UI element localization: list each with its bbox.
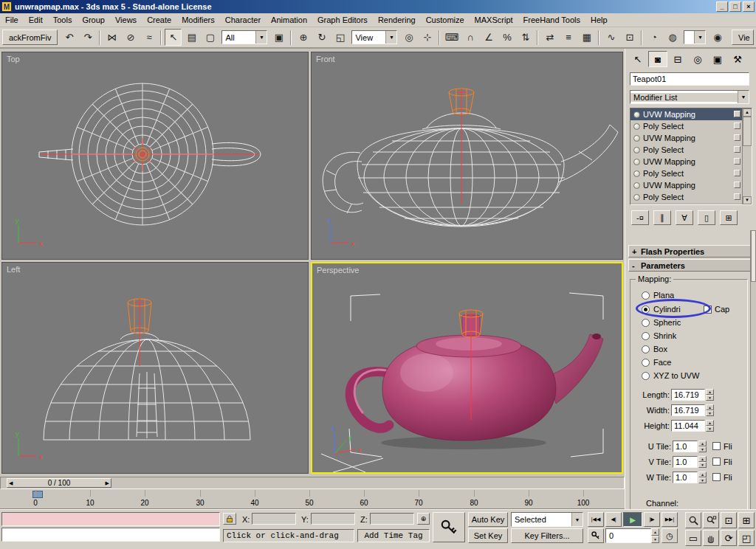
menu-customize[interactable]: Customize — [421, 14, 470, 26]
render-scene-icon[interactable]: ◍ — [664, 29, 681, 46]
panel-tab-display[interactable]: ▣ — [708, 51, 727, 67]
configure-modifier-sets-icon[interactable]: ⊞ — [720, 210, 738, 225]
modifier-enable-bulb-icon[interactable] — [633, 194, 640, 201]
undo-icon[interactable]: ↶ — [61, 29, 78, 46]
modifier-enable-bulb-icon[interactable] — [633, 182, 640, 189]
stack-scrollbar[interactable]: ▲ ▼ — [742, 108, 752, 204]
radio-icon[interactable] — [642, 291, 650, 300]
scroll-down-icon[interactable]: ▼ — [743, 196, 752, 204]
chevron-down-icon[interactable]: ▼ — [255, 31, 267, 44]
select-object-icon[interactable]: ↖ — [165, 29, 182, 46]
spinner-down-icon[interactable]: ▼ — [651, 536, 659, 543]
menu-freehand-tools[interactable]: FreeHand Tools — [518, 14, 585, 26]
stack-row-toggle[interactable] — [734, 146, 740, 153]
current-frame-field[interactable]: 0 — [605, 528, 651, 543]
modifier-list-dropdown[interactable]: Modifier List ▼ — [630, 90, 749, 104]
chevron-down-icon[interactable]: ▼ — [694, 31, 705, 44]
menu-group[interactable]: Group — [77, 14, 110, 26]
radio-icon[interactable] — [642, 372, 650, 380]
stack-row-toggle[interactable] — [734, 193, 740, 200]
material-editor-icon[interactable]: ◔ — [645, 29, 662, 46]
viewport-top[interactable]: Top — [1, 52, 309, 260]
stack-row-toggle[interactable] — [734, 111, 740, 117]
w-tile-spinner[interactable]: ▲▼ — [698, 472, 707, 483]
stack-scroll-thumb[interactable] — [743, 117, 752, 146]
u-tile-field[interactable]: 1.0 — [673, 441, 698, 452]
align-icon[interactable]: ≡ — [560, 29, 577, 46]
stack-row-poly-select[interactable]: Poly Select — [630, 168, 742, 179]
menu-graph-editors[interactable]: Graph Editors — [312, 14, 373, 26]
height-spinner[interactable]: ▲▼ — [706, 420, 714, 432]
arc-rotate-icon[interactable]: ⟳ — [721, 530, 737, 546]
frame-spinner[interactable]: ▲▼ — [651, 528, 659, 543]
frame-back-icon[interactable]: ◀ — [9, 480, 13, 486]
time-configuration-icon[interactable]: ◷ — [662, 528, 678, 543]
panel-scroll-thumb[interactable] — [751, 230, 756, 282]
zoom-icon[interactable] — [685, 512, 701, 528]
angle-snap-icon[interactable]: ∠ — [480, 29, 497, 46]
modifier-enable-bulb-icon[interactable] — [633, 159, 640, 165]
select-and-link-icon[interactable]: ⋈ — [103, 29, 120, 46]
spinner-down-icon[interactable]: ▼ — [698, 462, 707, 468]
radio-spherical[interactable]: Spheric — [642, 317, 681, 328]
add-time-tag-button[interactable]: Add Time Tag — [357, 529, 430, 542]
panel-tab-create[interactable]: ↖ — [628, 51, 647, 67]
v-tile-spinner[interactable]: ▲▼ — [698, 456, 707, 468]
next-frame-icon[interactable]: |▶ — [644, 512, 660, 527]
panel-tab-motion[interactable]: ◎ — [688, 51, 707, 67]
panel-tab-hierarchy[interactable]: ⊟ — [668, 51, 687, 67]
render-type-dropdown[interactable]: ▼ — [684, 30, 706, 44]
y-coordinate-field[interactable] — [311, 513, 355, 525]
panel-tab-modify[interactable]: ◙ — [648, 51, 667, 67]
stack-row-uvw-mapping[interactable]: UVW Mapping — [630, 108, 742, 120]
spinner-up-icon[interactable]: ▲ — [706, 389, 714, 395]
object-name-field[interactable]: Teapot01 — [630, 72, 749, 86]
stack-row-toggle[interactable] — [734, 182, 740, 188]
selection-region-icon[interactable]: ▢ — [202, 29, 219, 46]
use-pivot-center-icon[interactable]: ◎ — [400, 29, 417, 46]
menu-file[interactable]: File — [0, 14, 24, 26]
frame-forward-icon[interactable]: ▶ — [106, 480, 109, 486]
reference-coordinate-dropdown[interactable]: View ▼ — [351, 30, 397, 44]
radio-shrink-wrap[interactable]: Shrink — [642, 331, 676, 341]
spinner-up-icon[interactable]: ▲ — [698, 441, 707, 446]
width-field[interactable]: 16.719 — [671, 404, 705, 416]
chevron-down-icon[interactable]: ▼ — [571, 513, 583, 526]
select-and-move-icon[interactable]: ⊕ — [295, 29, 312, 46]
time-slider-handle[interactable]: ◀ 0 / 100 ▶ — [7, 478, 111, 488]
modifier-enable-bulb-icon[interactable] — [633, 170, 640, 177]
viewport-top-label[interactable]: Top — [7, 55, 20, 63]
scroll-up-icon[interactable]: ▲ — [743, 108, 752, 117]
radio-icon[interactable] — [642, 359, 650, 367]
mirror-icon[interactable]: ⇄ — [541, 29, 558, 46]
track-bar[interactable]: 0 10 20 30 40 50 60 70 80 90 100 — [0, 489, 625, 509]
bind-to-spacewarp-icon[interactable]: ≈ — [140, 29, 157, 46]
layers-icon[interactable]: ▦ — [578, 29, 595, 46]
spinner-up-icon[interactable]: ▲ — [651, 528, 659, 536]
quick-render-icon[interactable]: ◉ — [709, 29, 726, 46]
min-max-toggle-icon[interactable]: ◰ — [738, 530, 755, 546]
pin-stack-icon[interactable]: -¤ — [631, 210, 649, 225]
rollout-flash-properties[interactable]: + Flash Properties — [628, 245, 751, 258]
maxscript-mini-listener-white[interactable] — [1, 528, 220, 542]
unlink-selection-icon[interactable]: ⊘ — [122, 29, 139, 46]
panel-tab-utilities[interactable]: ⚒ — [728, 51, 747, 67]
radio-face[interactable]: Face — [642, 357, 671, 367]
stack-row-poly-select[interactable]: Poly Select — [630, 144, 742, 156]
radio-icon[interactable] — [642, 332, 650, 340]
make-unique-icon[interactable]: ∀ — [676, 210, 693, 225]
redo-icon[interactable]: ↷ — [79, 29, 96, 46]
radio-icon[interactable] — [642, 345, 650, 353]
menu-help[interactable]: Help — [585, 14, 613, 26]
menu-views[interactable]: Views — [110, 14, 142, 26]
percent-snap-icon[interactable]: % — [498, 29, 515, 46]
w-tile-field[interactable]: 1.0 — [673, 472, 698, 483]
x-coordinate-field[interactable] — [252, 513, 296, 525]
go-to-start-icon[interactable]: |◀◀ — [588, 512, 604, 527]
viewport-front-label[interactable]: Front — [316, 55, 335, 63]
previous-frame-icon[interactable]: ◀| — [605, 512, 622, 527]
selection-set-dropdown[interactable]: Selected ▼ — [511, 512, 583, 527]
viewport-perspective-label[interactable]: Perspective — [317, 266, 359, 274]
select-by-name-icon[interactable]: ▤ — [183, 29, 200, 46]
auto-key-button[interactable]: Auto Key — [468, 512, 508, 527]
